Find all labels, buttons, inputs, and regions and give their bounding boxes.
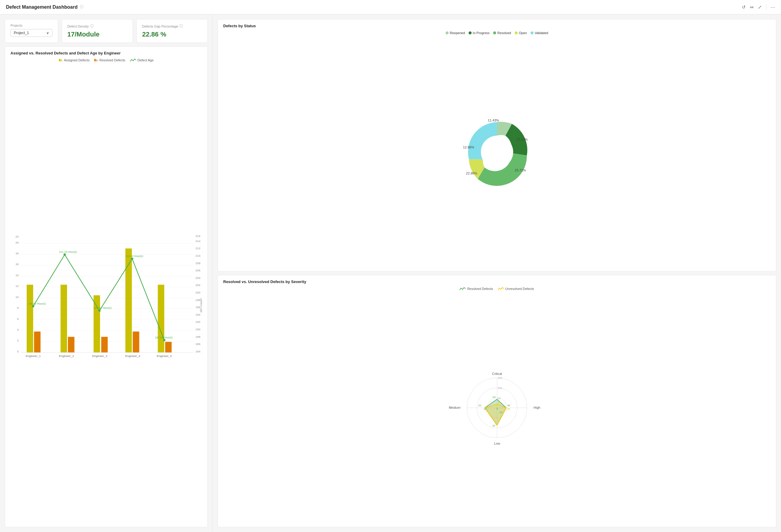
svg-text:196: 196 <box>195 305 201 309</box>
severity-card: Resolved vs. Unresolved Defects by Sever… <box>217 275 776 527</box>
svg-text:190: 190 <box>195 328 201 331</box>
svg-text:210: 210 <box>195 254 201 257</box>
status-legend: Reopened In Progress Resolved Open Valid… <box>223 31 771 35</box>
dot-eng5 <box>163 339 165 341</box>
svg-text:202: 202 <box>195 283 200 287</box>
resolved-bar-icon <box>94 58 98 62</box>
svg-text:210.10 Hour(s): 210.10 Hour(s) <box>125 255 143 258</box>
axis-critical: Critical <box>492 372 502 375</box>
bar-eng5-resolved <box>165 342 172 352</box>
header-left: Defect Management Dashboard ⓘ <box>6 4 83 10</box>
legend-reopened: Reopened <box>446 31 465 35</box>
radar-container: 50 100 150 Critical High Low Medium <box>223 293 771 523</box>
legend-defect-age: Defect Age <box>130 58 154 62</box>
projects-card: Projects Project_1 ∨ <box>5 19 58 43</box>
bar-eng2-resolved <box>68 337 75 353</box>
defect-density-info-icon[interactable]: ⓘ <box>90 24 94 29</box>
svg-text:2: 2 <box>17 339 18 342</box>
bar-chart-svg: 0 2 4 6 8 10 12 14 16 18 20 22 <box>10 64 202 523</box>
assigned-bar-icon <box>59 58 63 62</box>
page-title: Defect Management Dashboard <box>6 4 78 10</box>
defect-density-label: Defect Density ⓘ <box>67 24 127 29</box>
svg-rect-3 <box>96 59 97 62</box>
header: Defect Management Dashboard ⓘ ↺ ⇔ ⤢ ⋯ <box>0 0 781 14</box>
grid-val-50: 50 <box>498 397 501 400</box>
svg-text:214: 214 <box>195 239 201 243</box>
val-resolved-medium: 61 <box>478 404 481 407</box>
defect-age-line-icon <box>130 58 136 62</box>
legend-defect-age-label: Defect Age <box>138 58 154 62</box>
svg-text:208: 208 <box>195 261 201 265</box>
pct-open: 11.43% <box>488 119 499 122</box>
radar-unresolved-icon <box>498 287 504 291</box>
svg-text:6: 6 <box>17 317 19 321</box>
svg-text:20: 20 <box>15 241 19 244</box>
dot-eng1 <box>32 305 34 307</box>
legend-assigned-label: Assigned Defects <box>64 58 90 62</box>
radar-unresolved-label: Unresolved Defects <box>505 287 534 291</box>
bar-eng5-assigned <box>158 285 164 352</box>
inprogress-dot <box>468 31 471 34</box>
defects-gap-info-icon[interactable]: ⓘ <box>179 24 183 29</box>
svg-text:12: 12 <box>15 284 19 288</box>
val-resolved-low: 87 <box>493 424 496 427</box>
refresh-icon[interactable]: ↺ <box>742 4 746 10</box>
legend-resolved: Resolved <box>493 31 511 35</box>
validated-dot <box>531 31 534 34</box>
svg-text:8: 8 <box>17 306 19 310</box>
radar-unresolved-polygon <box>485 404 506 425</box>
defects-gap-card: Defects Gap Percentage ⓘ 22.86 % <box>136 19 208 43</box>
svg-text:Defect Age: Defect Age <box>200 298 202 313</box>
val-resolved-critical: 43 <box>493 396 496 399</box>
project-select-arrow: ∨ <box>46 31 49 35</box>
open-label: Open <box>519 31 527 35</box>
svg-text:211.23 Hour(s): 211.23 Hour(s) <box>59 250 77 253</box>
svg-text:186: 186 <box>195 342 201 345</box>
svg-text:4: 4 <box>17 328 19 331</box>
val-center: 13 <box>499 411 502 414</box>
reopened-label: Reopened <box>450 31 465 35</box>
bar-eng1-assigned <box>27 285 33 352</box>
severity-chart-title: Resolved vs. Unresolved Defects by Sever… <box>223 280 771 284</box>
title-info-icon[interactable]: ⓘ <box>80 4 83 9</box>
svg-text:Engineer_2: Engineer_2 <box>59 354 74 358</box>
svg-rect-0 <box>59 59 60 62</box>
divider <box>766 4 766 10</box>
legend-validated: Validated <box>531 31 548 35</box>
bar-eng3-resolved <box>101 337 108 353</box>
dot-eng2 <box>64 253 66 256</box>
resolved-label: Resolved <box>497 31 511 35</box>
bar-eng3-assigned <box>94 295 100 353</box>
right-panel: Defects by Status Reopened In Progress R… <box>212 14 781 532</box>
projects-label: Projects <box>10 24 52 27</box>
reopened-dot <box>446 31 449 34</box>
bar-eng1-resolved <box>34 331 41 353</box>
project-select[interactable]: Project_1 ∨ <box>10 29 52 37</box>
radar-resolved-label: Resolved Defects <box>467 287 493 291</box>
bar-eng4-resolved <box>133 331 139 353</box>
left-panel: Projects Project_1 ∨ Defect Density ⓘ 17… <box>0 14 212 532</box>
legend-inprogress: In Progress <box>468 31 490 35</box>
pct-resolved: 25.71% <box>515 168 526 172</box>
status-chart-title: Defects by Status <box>223 24 771 28</box>
open-dot <box>515 31 518 34</box>
pct-validated: 12.86% <box>463 146 474 149</box>
project-select-value: Project_1 <box>14 31 29 35</box>
expand-icon[interactable]: ⤢ <box>758 4 762 10</box>
svg-text:204: 204 <box>195 276 201 280</box>
radar-legend: Resolved Defects Unresolved Defects <box>223 287 771 291</box>
dot-eng4 <box>131 258 133 260</box>
pct-inprogress: 27.14% <box>517 138 528 141</box>
svg-text:200: 200 <box>195 291 201 294</box>
link-icon[interactable]: ⇔ <box>750 4 754 10</box>
more-icon[interactable]: ⋯ <box>771 4 775 10</box>
bar-chart-title: Assigned vs. Resolved Defects and Defect… <box>10 51 202 55</box>
val-medium-inner: 13 <box>483 408 486 411</box>
val-unresolved-critical: 18 <box>498 401 501 404</box>
legend-resolved-label: Resolved Defects <box>99 58 125 62</box>
radar-legend-resolved: Resolved Defects <box>460 287 493 291</box>
kpi-row: Projects Project_1 ∨ Defect Density ⓘ 17… <box>5 19 208 43</box>
radar-legend-unresolved: Unresolved Defects <box>498 287 534 291</box>
svg-text:22: 22 <box>15 235 19 238</box>
svg-text:196.92 Hour(s): 196.92 Hour(s) <box>28 302 46 305</box>
